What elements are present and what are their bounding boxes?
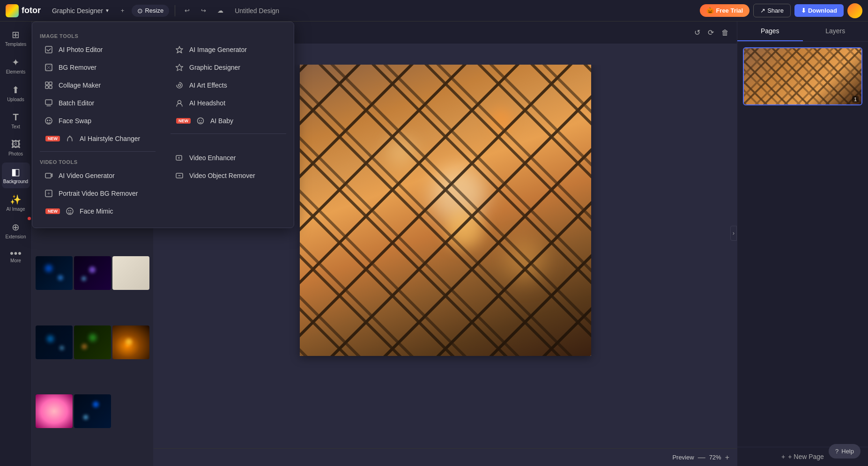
resize-button[interactable]: ⊙ Resize — [132, 5, 169, 17]
redo-button[interactable]: ↪ — [197, 5, 210, 16]
panel-thumb-11[interactable] — [74, 256, 111, 290]
zoom-controls: — 72% + — [698, 453, 729, 462]
zoom-out-icon: — — [698, 453, 705, 461]
free-trial-button[interactable]: 🎃 Free Trial — [700, 4, 749, 17]
dropdown-label-ai-headshot: AI Headshot — [189, 99, 225, 107]
panel-thumb-15[interactable] — [112, 325, 149, 359]
dropdown-item-ai-art-effects[interactable]: AI Art Effects — [167, 76, 290, 94]
sidebar-item-photos[interactable]: 🖼 Photos — [2, 135, 30, 161]
zoom-out-button[interactable]: — — [698, 453, 705, 462]
svg-rect-28 — [300, 65, 591, 356]
refresh-button[interactable]: ⟳ — [705, 26, 716, 39]
more-icon: ●●● — [10, 249, 22, 257]
tab-layers[interactable]: Layers — [803, 22, 868, 41]
sidebar-item-label-uploads: Uploads — [7, 97, 24, 103]
face-swap-icon — [44, 116, 54, 126]
panel-thumb-17[interactable] — [74, 394, 111, 428]
dropdown-item-ai-photo-editor[interactable]: AI Photo Editor — [36, 41, 159, 59]
sidebar-item-ai-image[interactable]: ✨ AI Image — [2, 190, 30, 216]
app-selector[interactable]: Graphic Designer ▼ — [48, 5, 113, 16]
right-tabs: Pages Layers — [737, 22, 868, 42]
new-badge-ai-baby: NEW — [176, 118, 191, 124]
share-label: Share — [767, 7, 784, 14]
download-label: Download — [808, 7, 837, 14]
ai-image-icon: ✨ — [10, 194, 22, 205]
image-tools-title: Image Tools — [32, 30, 163, 41]
dropdown-item-bg-remover[interactable]: BG Remover — [36, 59, 159, 76]
tab-pages[interactable]: Pages — [737, 22, 803, 41]
sidebar-item-extension[interactable]: ⊕ Extension — [2, 218, 30, 244]
logo: fotor — [6, 4, 41, 17]
resize-icon: ⊙ — [137, 7, 143, 15]
dropdown-item-collage-maker[interactable]: Collage Maker — [36, 76, 159, 94]
ai-baby-icon — [195, 116, 206, 126]
app-selector-label: Graphic Designer — [52, 7, 103, 15]
dropdown-label-ai-art-effects: AI Art Effects — [189, 81, 227, 89]
sidebar-item-background[interactable]: ◧ Background — [2, 163, 30, 188]
save-cloud-button[interactable]: ☁ — [214, 5, 227, 16]
dropdown-item-ai-hairstyle-changer[interactable]: NEW AI Hairstyle Changer — [36, 130, 159, 148]
sidebar-item-templates[interactable]: ⊞ Templates — [2, 25, 30, 51]
pages-list: 1 — [737, 42, 868, 447]
share-button[interactable]: ↗ Share — [753, 4, 791, 17]
sidebar-item-more[interactable]: ●●● More — [2, 245, 30, 267]
dropdown-item-ai-image-generator[interactable]: AI Image Generator — [167, 41, 290, 59]
dropdown-item-video-enhancer[interactable]: Video Enhancer — [167, 149, 290, 167]
divider-tools — [40, 151, 156, 152]
photos-icon: 🖼 — [11, 139, 21, 150]
dropdown-item-face-swap[interactable]: Face Swap — [36, 112, 159, 130]
templates-icon: ⊞ — [12, 29, 20, 40]
panel-thumb-12[interactable] — [112, 256, 149, 290]
panel-thumb-13[interactable] — [36, 325, 73, 359]
undo-button[interactable]: ↩ — [181, 5, 193, 16]
dropdown-item-ai-baby[interactable]: NEW AI Baby — [167, 112, 290, 130]
dropdown-item-portrait-video-bg-remover[interactable]: Portrait Video BG Remover — [36, 185, 159, 202]
svg-rect-34 — [744, 48, 861, 104]
dropdown-item-video-object-remover[interactable]: Video Object Remover — [167, 167, 290, 185]
sidebar-item-elements[interactable]: ✦ Elements — [2, 53, 30, 79]
main-area: ⊞ Templates ✦ Elements ⬆ Uploads T Text … — [0, 22, 868, 466]
collage-maker-icon — [44, 80, 54, 90]
dropdown-item-ai-video-generator[interactable]: AI Video Generator — [36, 167, 159, 185]
dropdown-label-batch-editor: Batch Editor — [59, 99, 94, 107]
svg-point-8 — [47, 120, 48, 121]
svg-rect-10 — [45, 173, 51, 178]
svg-rect-3 — [49, 82, 52, 85]
extension-icon: ⊕ — [12, 222, 20, 233]
help-button[interactable]: ? Help — [829, 444, 861, 459]
dropdown-label-face-mimic: Face Mimic — [80, 207, 113, 215]
video-enhancer-icon — [174, 153, 185, 163]
panel-thumb-16[interactable] — [36, 394, 73, 428]
layers-tab-label: Layers — [825, 27, 845, 35]
ai-hairstyle-icon — [65, 133, 75, 144]
svg-marker-15 — [176, 46, 183, 53]
dropdown-item-face-mimic[interactable]: NEW Face Mimic — [36, 202, 159, 220]
sidebar-item-label-photos: Photos — [8, 151, 23, 157]
sidebar-item-text[interactable]: T Text — [2, 108, 30, 133]
panel-thumb-10[interactable] — [36, 256, 73, 290]
restore-button[interactable]: ↺ — [692, 26, 703, 39]
delete-button[interactable]: 🗑 — [719, 26, 731, 39]
video-tools-title: Video Tools — [32, 155, 163, 167]
dropdown-item-graphic-designer[interactable]: Graphic Designer — [167, 59, 290, 76]
sidebar-item-uploads[interactable]: ⬆ Uploads — [2, 81, 30, 106]
right-panel-collapse-button[interactable]: › — [730, 226, 737, 241]
dropdown-label-portrait-video-bg-remover: Portrait Video BG Remover — [59, 190, 138, 197]
dropdown-item-ai-headshot[interactable]: AI Headshot — [167, 94, 290, 112]
topbar: fotor Graphic Designer ▼ + ⊙ Resize ↩ ↪ … — [0, 0, 868, 22]
svg-point-16 — [178, 84, 181, 87]
panel-thumb-14[interactable] — [74, 325, 111, 359]
new-page-label: + New Page — [788, 453, 824, 460]
document-title[interactable]: Untitled Design — [235, 7, 279, 15]
ai-video-generator-icon — [44, 170, 54, 181]
download-button[interactable]: ⬇ Download — [794, 4, 844, 17]
page-thumbnail-1[interactable]: 1 — [743, 47, 862, 105]
free-trial-label: Free Trial — [716, 7, 743, 14]
graphic-designer-icon — [174, 62, 185, 73]
zoom-in-button[interactable]: + — [725, 453, 729, 462]
dropdown-label-video-enhancer: Video Enhancer — [189, 154, 236, 162]
avatar[interactable] — [847, 3, 862, 18]
dropdown-item-batch-editor[interactable]: Batch Editor — [36, 94, 159, 112]
sidebar-item-label-templates: Templates — [5, 42, 27, 47]
add-button[interactable]: + — [117, 5, 128, 16]
